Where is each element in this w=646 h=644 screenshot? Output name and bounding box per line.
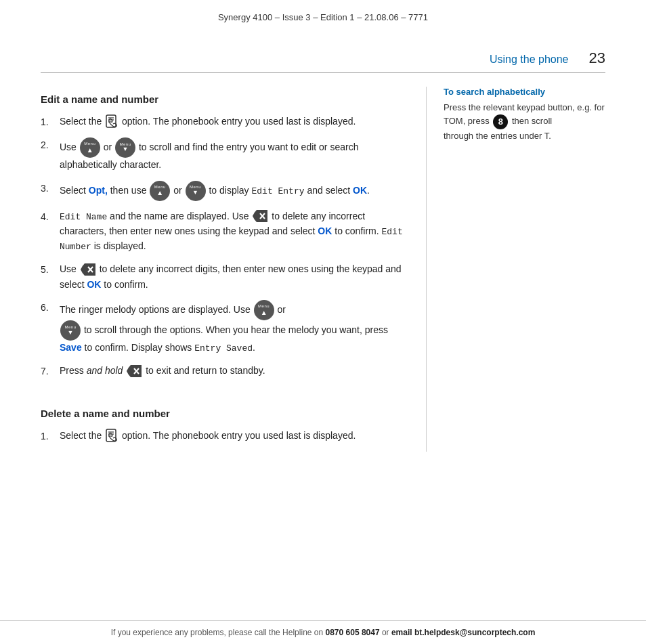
step-num-7: 7.	[41, 364, 60, 379]
page-number: 23	[589, 49, 605, 67]
step-content-5: Use to delete any incorrect digits, then…	[60, 262, 406, 292]
delete-icon-7	[125, 364, 143, 379]
page-section-title: Using the phone	[490, 53, 569, 66]
opt-label: Opt,	[89, 184, 108, 195]
page-footer: If you experience any problems, please c…	[0, 620, 646, 644]
up-icon-3: Menu ▲	[150, 181, 170, 201]
section1-heading: Edit a name and number	[41, 93, 406, 105]
delete-icon-5	[79, 262, 97, 277]
keypad-8-badge: 8	[493, 114, 508, 129]
step-num-3: 3.	[41, 181, 60, 201]
step-5: 5. Use to delete any incorrect digits, t…	[41, 262, 406, 292]
step-num-4: 4.	[41, 209, 60, 255]
step-num-1: 1.	[41, 114, 60, 129]
tip-body: Press the relevant keypad button, e.g. f…	[444, 101, 605, 143]
step-content-3: Select Opt, then use Menu ▲ or Menu ▼ to…	[60, 181, 406, 201]
section2-heading: Delete a name and number	[41, 408, 406, 419]
ok-label-5: OK	[87, 279, 101, 290]
ok-label-3: OK	[353, 184, 367, 195]
helpline-email: email bt.helpdesk@suncorptech.com	[391, 628, 535, 637]
step-content-2: Use Menu ▲ or Menu ▼ to scroll and find …	[60, 137, 406, 173]
tip-title: To search alphabetically	[444, 87, 605, 97]
section2-step-content-1: Select the option. The phonebook entry y…	[60, 429, 406, 444]
save-label: Save	[60, 342, 82, 353]
doc-title: Synergy 4100 – Issue 3 – Edition 1 – 21.…	[0, 0, 646, 29]
step-num-2: 2.	[41, 137, 60, 173]
step-1: 1. Select the option. The phonebook entr…	[41, 114, 406, 129]
ok-label-4: OK	[318, 226, 332, 236]
step-content-7: Press and hold to exit and return to sta…	[60, 364, 406, 379]
step-content-6: The ringer melody options are displayed.…	[60, 300, 406, 356]
main-content: Edit a name and number 1. Select the opt…	[0, 73, 646, 465]
step-num-6: 6.	[41, 300, 60, 356]
menu-down-icon: Menu ▼	[115, 137, 135, 158]
delete-icon-4	[251, 209, 269, 223]
edit-number-label: Edit Number	[60, 227, 403, 252]
phonebook-icon-2	[104, 429, 119, 442]
svg-rect-0	[106, 115, 116, 127]
step-content-4: Edit Name and the name are displayed. Us…	[60, 209, 406, 255]
section2-step-num-1: 1.	[41, 429, 60, 444]
right-column: To search alphabetically Press the relev…	[427, 87, 605, 452]
left-column: Edit a name and number 1. Select the opt…	[41, 87, 427, 452]
and-hold-text: and hold	[87, 365, 123, 376]
menu-icon-3: Menu ▼	[186, 181, 206, 201]
page-header: Using the phone 23	[0, 29, 646, 72]
up-scroll-icon: Menu ▲	[80, 137, 100, 158]
step-7: 7. Press and hold to exit and return to …	[41, 364, 406, 379]
phonebook-icon	[104, 114, 119, 128]
step-content-1: Select the option. The phonebook entry y…	[60, 114, 406, 129]
svg-rect-10	[106, 429, 116, 442]
edit-entry-label: Edit Entry	[251, 186, 304, 196]
step-num-5: 5.	[41, 262, 60, 292]
step-2: 2. Use Menu ▲ or Menu ▼ to scroll and fi…	[41, 137, 406, 173]
step-6: 6. The ringer melody options are display…	[41, 300, 406, 356]
steps-list-2: 1. Select the option. The phonebook entr…	[41, 429, 406, 444]
step-4: 4. Edit Name and the name are displayed.…	[41, 209, 406, 255]
step-3: 3. Select Opt, then use Menu ▲ or Menu ▼…	[41, 181, 406, 201]
entry-saved-label: Entry Saved	[194, 343, 253, 353]
edit-name-label: Edit Name	[60, 212, 107, 222]
helpline-phone: 0870 605 8047	[326, 628, 380, 637]
section2-step-1: 1. Select the option. The phonebook entr…	[41, 429, 406, 444]
up-icon-6: Menu ▲	[254, 300, 274, 320]
steps-list-1: 1. Select the option. The phonebook entr…	[41, 114, 406, 379]
menu-icon-6: Menu ▼	[60, 320, 81, 341]
